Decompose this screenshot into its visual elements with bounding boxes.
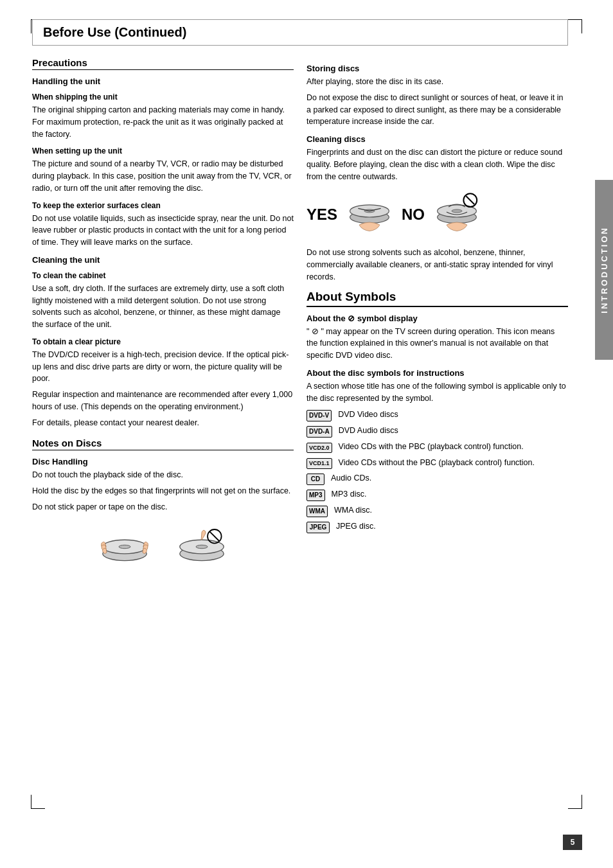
disc-item-text: Video CDs without the PBC (playback cont… [339, 457, 535, 469]
disc-item: CD Audio CDs. [306, 473, 568, 485]
disc-good-illustration [96, 524, 154, 581]
svg-point-2 [119, 545, 130, 548]
disc-item: MP3 MP3 disc. [306, 489, 568, 501]
disc-badge: CD [306, 474, 324, 485]
shipping-text: The original shipping carton and packing… [32, 104, 294, 140]
symbol-display-title: About the ⊘ symbol display [306, 314, 568, 323]
disc-item-text: WMA disc. [334, 505, 372, 517]
svg-line-7 [209, 531, 218, 540]
page-title: Before Use (Continued) [43, 25, 557, 40]
handling-unit-title: Handling the unit [32, 76, 294, 86]
disc-item-text: DVD Video discs [338, 409, 398, 421]
symbol-display-text: " ⊘ " may appear on the TV screen during… [306, 326, 568, 362]
disc-symbols-title: About the disc symbols for instructions [306, 368, 568, 378]
shipping-subtitle: When shipping the unit [32, 93, 294, 102]
disc-items-list: DVD-V DVD Video discs DVD-A DVD Audio di… [306, 409, 568, 533]
storing-discs-title: Storing discs [306, 64, 568, 73]
right-column: Storing discs After playing, store the d… [306, 57, 568, 592]
disc-badge: MP3 [306, 490, 325, 501]
disc-item: VCD2.0 Video CDs with the PBC (playback … [306, 441, 568, 454]
disc-item-text: DVD Audio discs [339, 425, 398, 437]
left-column: Precautions Handling the unit When shipp… [32, 57, 294, 592]
precautions-title: Precautions [32, 57, 294, 70]
disc-item: DVD-V DVD Video discs [306, 409, 568, 421]
exterior-text: Do not use volatile liquids, such as ins… [32, 213, 294, 249]
disc-handling-text1: Do not touch the playback side of the di… [32, 469, 294, 481]
cleaning-unit-title: Cleaning the unit [32, 255, 294, 265]
about-symbols-title: About Symbols [306, 290, 568, 307]
disc-item: WMA WMA disc. [306, 505, 568, 517]
disc-item-text: JPEG disc. [336, 521, 376, 533]
picture-text3: For details, please contact your nearest… [32, 417, 294, 429]
disc-item-text: Audio CDs. [331, 473, 371, 484]
disc-handling-text3: Do not stick paper or tape on the disc. [32, 501, 294, 513]
notes-on-discs-title: Notes on Discs [32, 438, 294, 450]
disc-handling-title: Disc Handling [32, 457, 294, 466]
disc-badge-wrap: CD [306, 474, 327, 485]
picture-subtitle: To obtain a clear picture [32, 337, 294, 346]
disc-item: VCD1.1 Video CDs without the PBC (playba… [306, 457, 568, 470]
disc-badge: VCD1.1 [306, 458, 332, 469]
storing-text1: After playing, store the disc in its cas… [306, 76, 568, 88]
disc-bad-illustration [173, 524, 231, 581]
disc-badge: WMA [306, 506, 328, 517]
yes-no-illustration: YES NO [306, 189, 568, 240]
disc-item: DVD-A DVD Audio discs [306, 425, 568, 438]
setup-text: The picture and sound of a nearby TV, VC… [32, 158, 294, 194]
yes-label: YES [306, 206, 337, 224]
cabinet-text: Use a soft, dry cloth. If the surfaces a… [32, 283, 294, 331]
disc-badge: DVD-V [306, 410, 332, 421]
no-label: NO [402, 206, 425, 224]
disc-badge-wrap: VCD2.0 [306, 442, 335, 454]
picture-text2: Regular inspection and maintenance are r… [32, 389, 294, 413]
disc-badge-wrap: WMA [306, 506, 330, 517]
picture-text1: The DVD/CD receiver is a high-tech, prec… [32, 349, 294, 385]
disc-badge: DVD-A [306, 426, 332, 438]
disc-item-text: Video CDs with the PBC (playback control… [339, 441, 524, 453]
disc-badge: VCD2.0 [306, 443, 332, 454]
svg-point-15 [452, 209, 462, 213]
disc-badge-wrap: MP3 [306, 490, 328, 501]
disc-badge-wrap: DVD-A [306, 426, 335, 438]
disc-badge-wrap: DVD-V [306, 410, 334, 421]
cabinet-subtitle: To clean the cabinet [32, 271, 294, 280]
svg-line-17 [466, 196, 474, 204]
disc-symbols-intro: A section whose title has one of the fol… [306, 380, 568, 405]
disc-handling-illustrations [32, 524, 294, 581]
svg-point-5 [196, 545, 208, 548]
yes-no-note: Do not use strong solvents such as alcoh… [306, 247, 568, 283]
disc-item-text: MP3 disc. [332, 489, 367, 500]
no-disc-illustration [431, 189, 483, 240]
disc-badge-wrap: JPEG [306, 522, 332, 533]
cleaning-discs-text: Fingerprints and dust on the disc can di… [306, 146, 568, 182]
page-header: Before Use (Continued) [32, 19, 568, 46]
disc-handling-text2: Hold the disc by the edges so that finge… [32, 485, 294, 497]
disc-badge: JPEG [306, 522, 330, 533]
disc-badge-wrap: VCD1.1 [306, 458, 335, 470]
setup-subtitle: When setting up the unit [32, 146, 294, 155]
exterior-subtitle: To keep the exterior surfaces clean [32, 201, 294, 210]
storing-text2: Do not expose the disc to direct sunligh… [306, 92, 568, 128]
disc-item: JPEG JPEG disc. [306, 521, 568, 533]
cleaning-discs-title: Cleaning discs [306, 134, 568, 144]
yes-disc-illustration [344, 189, 395, 240]
